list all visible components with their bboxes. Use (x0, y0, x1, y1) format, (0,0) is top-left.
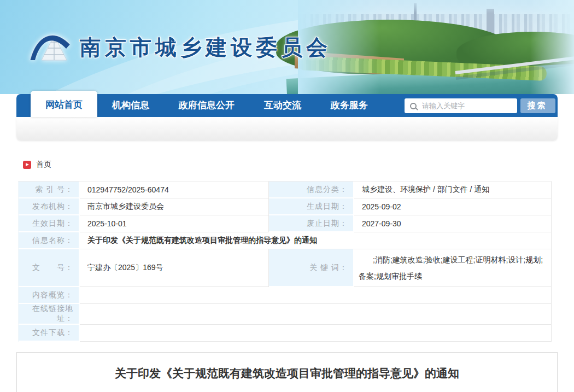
index-no-label: 索 引 号： (19, 182, 80, 198)
breadcrumb-home-link[interactable]: 首页 (36, 160, 51, 169)
table-row: 生效日期： 2025-10-01 废止日期： 2027-09-30 (19, 215, 552, 232)
nav-tab-home[interactable]: 网站首页 (31, 91, 97, 117)
keywords-label: 关 键 词： (269, 249, 354, 287)
summary-value (80, 287, 552, 304)
index-no-value: 012947752/2025-60474 (80, 182, 269, 198)
download-value (80, 325, 552, 342)
info-name-value: 关于印发《关于规范既有建筑改造项目审批管理的指导意见》的通知 (80, 232, 552, 249)
home-icon (23, 161, 31, 169)
table-row: 内容概览： (19, 287, 552, 304)
info-name-label: 信息名称： (19, 232, 80, 249)
category-label: 信息分类： (269, 182, 354, 198)
table-row: 索 引 号： 012947752/2025-60474 信息分类： 城乡建设、环… (19, 182, 552, 198)
nav-subpanel (16, 117, 558, 141)
nav-tab-org-info[interactable]: 机构信息 (97, 94, 164, 117)
search-box: 搜索 (405, 98, 555, 113)
nav-tab-gov-services[interactable]: 政务服务 (316, 94, 383, 117)
publisher-label: 发布机构： (19, 198, 80, 215)
online-link-label: 在线链接地址： (19, 304, 80, 325)
doc-no-label: 文 号： (19, 249, 80, 287)
page: 南京市城乡建设委员会 网站首页 机构信息 政府信息公开 互动交流 政务服务 搜索 (0, 0, 574, 392)
site-logo-icon (28, 26, 77, 67)
article-title: 关于印发《关于规范既有建筑改造项目审批管理的指导意见》的通知 (17, 366, 557, 381)
table-row: 发布机构： 南京市城乡建设委员会 生成日期： 2025-09-02 (19, 198, 552, 215)
effective-date-value: 2025-10-01 (80, 215, 269, 232)
article-box: 关于印发《关于规范既有建筑改造项目审批管理的指导意见》的通知 宁建办〔2025〕… (16, 352, 558, 392)
keywords-value: ;消防;建筑改造;验收;建设工程;证明材料;设计;规划;备案;规划审批手续 (354, 249, 552, 287)
summary-label: 内容概览： (19, 287, 80, 304)
online-link-value (80, 304, 552, 325)
publisher-value: 南京市城乡建设委员会 (80, 198, 269, 215)
search-icon (410, 103, 417, 109)
document-info-table: 索 引 号： 012947752/2025-60474 信息分类： 城乡建设、环… (18, 181, 552, 342)
category-value: 城乡建设、环境保护 / 部门文件 / 通知 (354, 182, 552, 198)
expiry-date-label: 废止日期： (269, 215, 354, 232)
site-title: 南京市城乡建设委员会 (80, 33, 331, 62)
search-button[interactable]: 搜索 (520, 98, 555, 113)
download-label: 文件下载： (19, 325, 80, 342)
table-row: 文 号： 宁建办〔2025〕169号 关 键 词： ;消防;建筑改造;验收;建设… (19, 249, 552, 287)
main-nav: 网站首页 机构信息 政府信息公开 互动交流 政务服务 搜索 (16, 94, 558, 117)
search-input-wrap (405, 98, 517, 113)
table-row: 信息名称： 关于印发《关于规范既有建筑改造项目审批管理的指导意见》的通知 (19, 232, 552, 249)
doc-no-value: 宁建办〔2025〕169号 (80, 249, 269, 287)
nav-tab-gov-info-disclosure[interactable]: 政府信息公开 (164, 94, 249, 117)
breadcrumb: 首页 (23, 160, 558, 169)
nav-card: 网站首页 机构信息 政府信息公开 互动交流 政务服务 搜索 (16, 94, 558, 141)
created-date-value: 2025-09-02 (354, 198, 552, 215)
created-date-label: 生成日期： (269, 198, 354, 215)
effective-date-label: 生效日期： (19, 215, 80, 232)
site-banner: 南京市城乡建设委员会 (0, 0, 574, 94)
expiry-date-value: 2027-09-30 (354, 215, 552, 232)
search-input[interactable] (421, 101, 508, 110)
table-row: 文件下载： (19, 325, 552, 342)
nav-tab-interaction[interactable]: 互动交流 (249, 94, 316, 117)
table-row: 在线链接地址： (19, 304, 552, 325)
banner-photo (298, 0, 574, 94)
